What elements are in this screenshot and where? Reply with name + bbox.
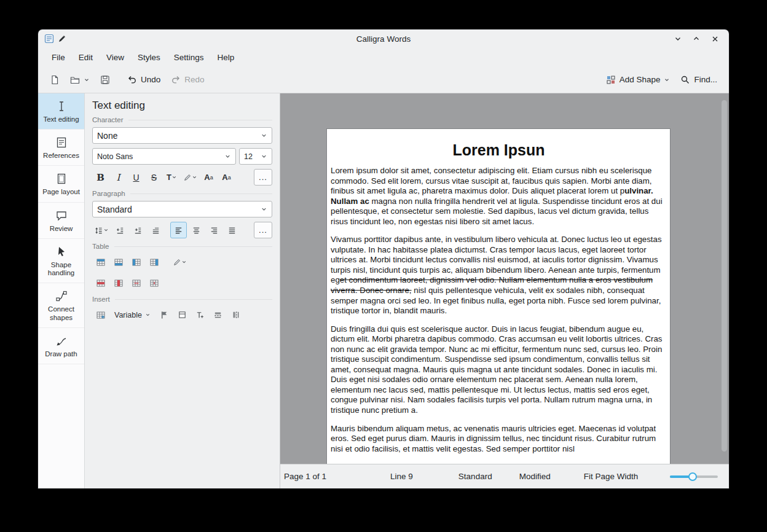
align-justify-icon bbox=[227, 225, 237, 235]
tab-connect-shapes[interactable]: Connect shapes bbox=[38, 283, 84, 327]
align-right-button[interactable] bbox=[206, 222, 222, 238]
column-break-icon bbox=[231, 310, 240, 319]
bookmark-button[interactable] bbox=[156, 307, 173, 323]
merge-cells-button[interactable] bbox=[128, 275, 144, 291]
menu-edit[interactable]: Edit bbox=[73, 51, 99, 64]
underline-button[interactable]: U bbox=[128, 169, 144, 186]
close-button[interactable] bbox=[707, 32, 723, 45]
review-icon bbox=[55, 209, 68, 222]
undo-icon bbox=[127, 75, 137, 85]
align-center-icon bbox=[192, 225, 201, 235]
indent-increase-icon bbox=[133, 225, 143, 235]
split-cells-button[interactable] bbox=[146, 275, 162, 291]
align-center-button[interactable] bbox=[188, 222, 205, 238]
add-shape-button[interactable]: Add Shape bbox=[602, 71, 675, 89]
more-paragraph-options-button[interactable]: ... bbox=[254, 222, 272, 238]
superscript-button[interactable]: Aa bbox=[200, 169, 217, 186]
paragraph-style-value: Standard bbox=[97, 205, 132, 214]
find-button[interactable]: Find... bbox=[676, 71, 722, 89]
document-page[interactable]: Lorem Ipsun Lorem ipsum dolor sit amet, … bbox=[327, 129, 670, 464]
tab-text-editing[interactable]: Text editing bbox=[38, 93, 84, 130]
vertical-scrollbar[interactable] bbox=[722, 100, 727, 459]
document-area: Lorem Ipsun Lorem ipsum dolor sit amet, … bbox=[280, 93, 729, 488]
zoom-slider-thumb[interactable] bbox=[688, 472, 697, 481]
font-family-dropdown[interactable]: Noto Sans bbox=[92, 148, 236, 165]
change-case-glyph: T bbox=[167, 173, 171, 182]
new-document-button[interactable] bbox=[45, 71, 64, 89]
insert-column-left-button[interactable] bbox=[128, 254, 144, 270]
tab-page-layout[interactable]: Page layout bbox=[38, 166, 84, 202]
save-icon bbox=[100, 75, 110, 85]
tab-references[interactable]: References bbox=[38, 130, 84, 166]
insert-table-button[interactable] bbox=[92, 307, 109, 323]
tab-shape-handling[interactable]: Shape handling bbox=[38, 239, 84, 283]
strikethrough-button[interactable]: S bbox=[146, 169, 162, 186]
change-case-button[interactable]: T bbox=[163, 169, 180, 186]
insert-row-below-button[interactable] bbox=[110, 254, 127, 270]
save-button[interactable] bbox=[96, 71, 114, 89]
document-canvas[interactable]: Lorem Ipsun Lorem ipsum dolor sit amet, … bbox=[280, 93, 729, 464]
document-paragraph[interactable]: Lorem ipsum dolor sit amet, consectetur … bbox=[331, 166, 667, 227]
page-break-button[interactable] bbox=[210, 307, 226, 323]
minimize-button[interactable] bbox=[670, 32, 686, 45]
bold-button[interactable]: B bbox=[92, 169, 109, 186]
tab-label: References bbox=[43, 152, 79, 160]
app-window: Calligra Words File Edit bbox=[38, 29, 729, 488]
zoom-mode-button[interactable]: Fit Page Width bbox=[584, 472, 639, 481]
document-body[interactable]: Lorem ipsum dolor sit amet, consectetur … bbox=[331, 166, 667, 454]
delete-column-icon bbox=[114, 278, 124, 288]
section-button[interactable] bbox=[174, 307, 191, 323]
insert-row-above-button[interactable] bbox=[92, 254, 109, 270]
bold-glyph: B bbox=[96, 172, 104, 183]
indent-decrease-button[interactable] bbox=[112, 222, 128, 238]
menu-styles[interactable]: Styles bbox=[132, 51, 167, 64]
delete-column-button[interactable] bbox=[110, 275, 127, 291]
document-paragraph[interactable]: Mauris bibendum aliquam metus, ac venena… bbox=[331, 424, 667, 455]
delete-row-button[interactable] bbox=[92, 275, 109, 291]
subscript-button[interactable]: Aa bbox=[218, 169, 235, 186]
document-paragraph[interactable]: Duis fringilla dui quis est scelerisque … bbox=[331, 324, 667, 416]
title-bar[interactable]: Calligra Words bbox=[38, 29, 729, 48]
font-family-value: Noto Sans bbox=[97, 152, 133, 161]
italic-button[interactable]: I bbox=[110, 169, 127, 186]
character-style-dropdown[interactable]: None bbox=[92, 127, 272, 144]
align-left-icon bbox=[174, 225, 183, 235]
redo-button[interactable]: Redo bbox=[167, 71, 208, 89]
more-character-options-button[interactable]: ... bbox=[254, 169, 272, 186]
align-justify-button[interactable] bbox=[224, 222, 240, 238]
maximize-button[interactable] bbox=[688, 32, 704, 45]
table-border-pen-button[interactable] bbox=[171, 254, 189, 270]
menu-settings[interactable]: Settings bbox=[168, 51, 210, 64]
variable-dropdown[interactable]: Variable bbox=[110, 307, 155, 323]
undo-button[interactable]: Undo bbox=[123, 71, 165, 89]
menu-help[interactable]: Help bbox=[211, 51, 241, 64]
draw-path-icon bbox=[55, 334, 68, 348]
open-document-button[interactable] bbox=[66, 71, 94, 89]
document-title[interactable]: Lorem Ipsun bbox=[331, 141, 667, 159]
menu-file[interactable]: File bbox=[45, 51, 71, 64]
insert-column-right-icon bbox=[149, 257, 159, 267]
paragraph-style-indicator: Standard bbox=[458, 472, 492, 481]
insert-column-left-icon bbox=[132, 257, 141, 267]
tab-review[interactable]: Review bbox=[38, 203, 84, 239]
chevron-down-icon[interactable] bbox=[84, 77, 90, 83]
paragraph-style-dropdown[interactable]: Standard bbox=[92, 201, 272, 217]
align-left-button[interactable] bbox=[170, 222, 187, 238]
font-size-dropdown[interactable]: 12 bbox=[239, 148, 272, 165]
indent-increase-button[interactable] bbox=[130, 222, 146, 238]
document-paragraph[interactable]: Vivamus porttitor dapibus ante, in vesti… bbox=[331, 235, 667, 316]
column-break-button[interactable] bbox=[227, 307, 244, 323]
first-line-indent-button[interactable] bbox=[148, 222, 164, 238]
add-shape-icon bbox=[606, 75, 616, 85]
insert-column-right-button[interactable] bbox=[146, 254, 162, 270]
tab-draw-path[interactable]: Draw path bbox=[38, 328, 84, 364]
zoom-slider[interactable] bbox=[670, 471, 718, 482]
scrollbar-thumb[interactable] bbox=[722, 100, 727, 452]
footnote-button[interactable] bbox=[192, 307, 208, 323]
menu-view[interactable]: View bbox=[100, 51, 130, 64]
chevron-down-icon bbox=[664, 77, 670, 83]
align-right-icon bbox=[210, 225, 219, 235]
font-color-button[interactable] bbox=[181, 169, 199, 186]
line-spacing-button[interactable] bbox=[92, 222, 111, 238]
pin-icon[interactable] bbox=[58, 34, 66, 43]
